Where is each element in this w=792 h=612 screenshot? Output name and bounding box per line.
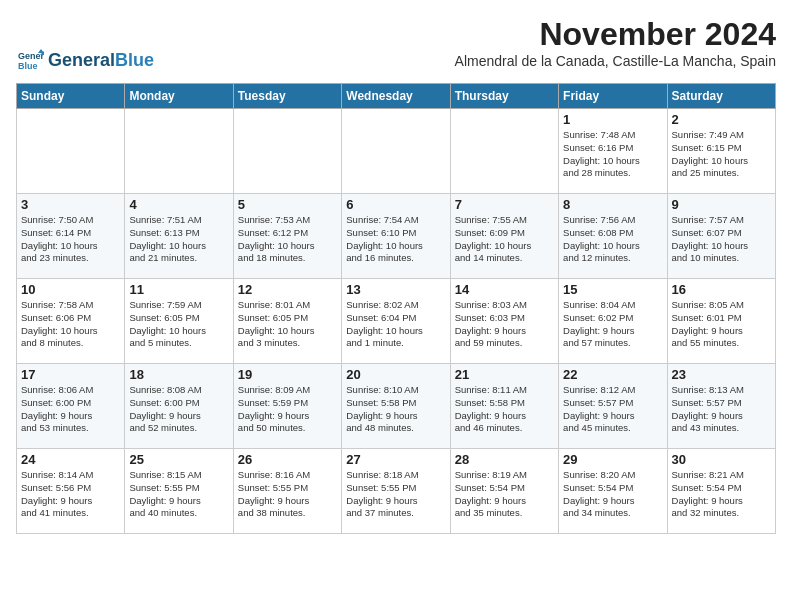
cell-info: Sunrise: 8:16 AM Sunset: 5:55 PM Dayligh… [238, 469, 337, 520]
day-number: 19 [238, 367, 337, 382]
calendar-cell: 2Sunrise: 7:49 AM Sunset: 6:15 PM Daylig… [667, 109, 775, 194]
day-number: 12 [238, 282, 337, 297]
day-number: 20 [346, 367, 445, 382]
cell-info: Sunrise: 7:53 AM Sunset: 6:12 PM Dayligh… [238, 214, 337, 265]
cell-info: Sunrise: 8:03 AM Sunset: 6:03 PM Dayligh… [455, 299, 554, 350]
cell-info: Sunrise: 8:10 AM Sunset: 5:58 PM Dayligh… [346, 384, 445, 435]
calendar-cell: 8Sunrise: 7:56 AM Sunset: 6:08 PM Daylig… [559, 194, 667, 279]
day-number: 21 [455, 367, 554, 382]
cell-info: Sunrise: 8:01 AM Sunset: 6:05 PM Dayligh… [238, 299, 337, 350]
day-number: 17 [21, 367, 120, 382]
cell-info: Sunrise: 7:51 AM Sunset: 6:13 PM Dayligh… [129, 214, 228, 265]
cell-info: Sunrise: 8:11 AM Sunset: 5:58 PM Dayligh… [455, 384, 554, 435]
calendar-cell: 4Sunrise: 7:51 AM Sunset: 6:13 PM Daylig… [125, 194, 233, 279]
cell-info: Sunrise: 8:08 AM Sunset: 6:00 PM Dayligh… [129, 384, 228, 435]
day-number: 1 [563, 112, 662, 127]
calendar-cell: 24Sunrise: 8:14 AM Sunset: 5:56 PM Dayli… [17, 449, 125, 534]
cell-info: Sunrise: 8:12 AM Sunset: 5:57 PM Dayligh… [563, 384, 662, 435]
day-number: 4 [129, 197, 228, 212]
day-number: 15 [563, 282, 662, 297]
day-number: 3 [21, 197, 120, 212]
calendar-cell: 6Sunrise: 7:54 AM Sunset: 6:10 PM Daylig… [342, 194, 450, 279]
day-number: 7 [455, 197, 554, 212]
day-number: 10 [21, 282, 120, 297]
day-number: 18 [129, 367, 228, 382]
day-number: 28 [455, 452, 554, 467]
col-header-thursday: Thursday [450, 84, 558, 109]
calendar-cell: 16Sunrise: 8:05 AM Sunset: 6:01 PM Dayli… [667, 279, 775, 364]
col-header-wednesday: Wednesday [342, 84, 450, 109]
day-number: 24 [21, 452, 120, 467]
col-header-saturday: Saturday [667, 84, 775, 109]
cell-info: Sunrise: 7:56 AM Sunset: 6:08 PM Dayligh… [563, 214, 662, 265]
calendar-cell: 12Sunrise: 8:01 AM Sunset: 6:05 PM Dayli… [233, 279, 341, 364]
calendar-cell: 26Sunrise: 8:16 AM Sunset: 5:55 PM Dayli… [233, 449, 341, 534]
calendar-cell: 21Sunrise: 8:11 AM Sunset: 5:58 PM Dayli… [450, 364, 558, 449]
calendar-cell: 30Sunrise: 8:21 AM Sunset: 5:54 PM Dayli… [667, 449, 775, 534]
day-number: 16 [672, 282, 771, 297]
cell-info: Sunrise: 7:49 AM Sunset: 6:15 PM Dayligh… [672, 129, 771, 180]
day-number: 8 [563, 197, 662, 212]
calendar-cell: 18Sunrise: 8:08 AM Sunset: 6:00 PM Dayli… [125, 364, 233, 449]
cell-info: Sunrise: 7:48 AM Sunset: 6:16 PM Dayligh… [563, 129, 662, 180]
cell-info: Sunrise: 8:13 AM Sunset: 5:57 PM Dayligh… [672, 384, 771, 435]
calendar-cell [450, 109, 558, 194]
logo-name: GeneralBlue [48, 51, 154, 71]
cell-info: Sunrise: 7:54 AM Sunset: 6:10 PM Dayligh… [346, 214, 445, 265]
day-number: 11 [129, 282, 228, 297]
cell-info: Sunrise: 8:02 AM Sunset: 6:04 PM Dayligh… [346, 299, 445, 350]
cell-info: Sunrise: 8:04 AM Sunset: 6:02 PM Dayligh… [563, 299, 662, 350]
cell-info: Sunrise: 7:55 AM Sunset: 6:09 PM Dayligh… [455, 214, 554, 265]
cell-info: Sunrise: 8:06 AM Sunset: 6:00 PM Dayligh… [21, 384, 120, 435]
calendar-cell: 17Sunrise: 8:06 AM Sunset: 6:00 PM Dayli… [17, 364, 125, 449]
calendar-cell: 5Sunrise: 7:53 AM Sunset: 6:12 PM Daylig… [233, 194, 341, 279]
logo-icon: General Blue [16, 47, 44, 75]
cell-info: Sunrise: 7:58 AM Sunset: 6:06 PM Dayligh… [21, 299, 120, 350]
col-header-friday: Friday [559, 84, 667, 109]
cell-info: Sunrise: 8:19 AM Sunset: 5:54 PM Dayligh… [455, 469, 554, 520]
calendar-cell: 15Sunrise: 8:04 AM Sunset: 6:02 PM Dayli… [559, 279, 667, 364]
cell-info: Sunrise: 8:18 AM Sunset: 5:55 PM Dayligh… [346, 469, 445, 520]
calendar-cell: 25Sunrise: 8:15 AM Sunset: 5:55 PM Dayli… [125, 449, 233, 534]
day-number: 14 [455, 282, 554, 297]
location-subtitle: Almendral de la Canada, Castille-La Manc… [455, 53, 776, 69]
calendar-cell [17, 109, 125, 194]
day-number: 23 [672, 367, 771, 382]
page-title: November 2024 [455, 16, 776, 53]
calendar-cell: 27Sunrise: 8:18 AM Sunset: 5:55 PM Dayli… [342, 449, 450, 534]
svg-text:Blue: Blue [18, 61, 38, 71]
calendar-table: SundayMondayTuesdayWednesdayThursdayFrid… [16, 83, 776, 534]
logo: General Blue GeneralBlue [16, 47, 154, 75]
cell-info: Sunrise: 7:50 AM Sunset: 6:14 PM Dayligh… [21, 214, 120, 265]
calendar-cell [125, 109, 233, 194]
day-number: 13 [346, 282, 445, 297]
day-number: 2 [672, 112, 771, 127]
col-header-tuesday: Tuesday [233, 84, 341, 109]
calendar-cell: 20Sunrise: 8:10 AM Sunset: 5:58 PM Dayli… [342, 364, 450, 449]
cell-info: Sunrise: 8:09 AM Sunset: 5:59 PM Dayligh… [238, 384, 337, 435]
cell-info: Sunrise: 8:21 AM Sunset: 5:54 PM Dayligh… [672, 469, 771, 520]
calendar-cell [342, 109, 450, 194]
calendar-cell: 3Sunrise: 7:50 AM Sunset: 6:14 PM Daylig… [17, 194, 125, 279]
calendar-cell [233, 109, 341, 194]
calendar-cell: 11Sunrise: 7:59 AM Sunset: 6:05 PM Dayli… [125, 279, 233, 364]
calendar-cell: 1Sunrise: 7:48 AM Sunset: 6:16 PM Daylig… [559, 109, 667, 194]
calendar-cell: 7Sunrise: 7:55 AM Sunset: 6:09 PM Daylig… [450, 194, 558, 279]
cell-info: Sunrise: 8:14 AM Sunset: 5:56 PM Dayligh… [21, 469, 120, 520]
calendar-cell: 29Sunrise: 8:20 AM Sunset: 5:54 PM Dayli… [559, 449, 667, 534]
day-number: 26 [238, 452, 337, 467]
cell-info: Sunrise: 8:15 AM Sunset: 5:55 PM Dayligh… [129, 469, 228, 520]
day-number: 5 [238, 197, 337, 212]
day-number: 25 [129, 452, 228, 467]
calendar-cell: 28Sunrise: 8:19 AM Sunset: 5:54 PM Dayli… [450, 449, 558, 534]
calendar-cell: 10Sunrise: 7:58 AM Sunset: 6:06 PM Dayli… [17, 279, 125, 364]
calendar-cell: 22Sunrise: 8:12 AM Sunset: 5:57 PM Dayli… [559, 364, 667, 449]
day-number: 6 [346, 197, 445, 212]
day-number: 29 [563, 452, 662, 467]
day-number: 9 [672, 197, 771, 212]
day-number: 22 [563, 367, 662, 382]
col-header-monday: Monday [125, 84, 233, 109]
cell-info: Sunrise: 7:59 AM Sunset: 6:05 PM Dayligh… [129, 299, 228, 350]
cell-info: Sunrise: 8:05 AM Sunset: 6:01 PM Dayligh… [672, 299, 771, 350]
calendar-cell: 9Sunrise: 7:57 AM Sunset: 6:07 PM Daylig… [667, 194, 775, 279]
